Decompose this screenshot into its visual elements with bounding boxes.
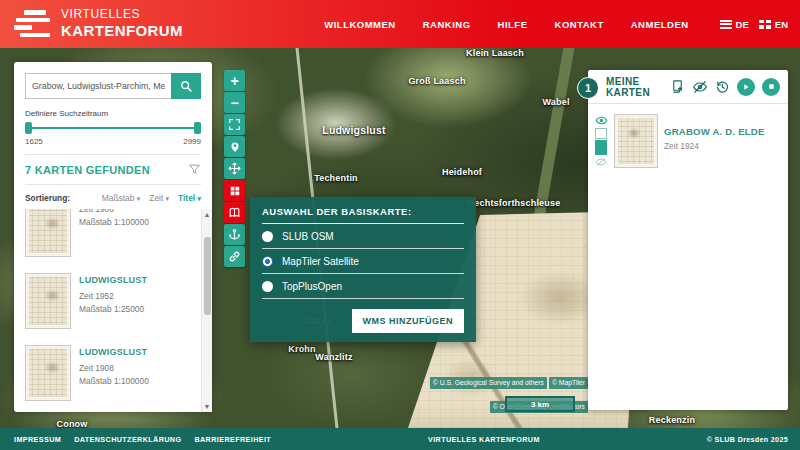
permalink-button[interactable] (224, 246, 245, 267)
nav-item[interactable]: WILLKOMMEN (324, 19, 396, 30)
map-place-label: Klein Laasch (466, 48, 524, 58)
opacity-slider-handle[interactable] (595, 128, 607, 139)
pan-move-button[interactable] (224, 158, 245, 179)
scrollbar-thumb[interactable] (204, 237, 211, 314)
history-clock-icon (715, 79, 730, 94)
my-maps-panel: 1 MEINE KARTEN (588, 70, 788, 410)
export-maps-button[interactable] (670, 79, 685, 94)
slider-handle-min[interactable] (25, 122, 32, 134)
german-flag-icon (720, 20, 732, 29)
attribution-badge: © U.S. Geological Survey and others (430, 377, 547, 389)
results-list: Zeit 1906 Maßstab 1:100000 LUDWIGSLUST Z… (25, 209, 212, 412)
app-logo[interactable]: VIRTUELLES KARTENFORUM (0, 8, 183, 39)
map-place-label: Reckenzin (649, 415, 695, 425)
nav-item[interactable]: KONTAKT (555, 19, 604, 30)
map-toolbar: + − (224, 70, 245, 267)
time-range-label: Definiere Suchzeitraum (25, 109, 201, 118)
stop-icon (767, 82, 776, 91)
sort-option[interactable]: Maßstab ▾ (102, 193, 140, 203)
scroll-up-arrow-icon[interactable]: ▲ (202, 209, 212, 220)
time-min-value: 1625 (25, 137, 43, 146)
history-button[interactable] (715, 79, 730, 94)
map-place-label: Wanzlitz (315, 352, 352, 362)
main-nav: WILLKOMMENRANKINGHILFEKONTAKTANMELDEN DE… (324, 0, 788, 48)
logo-bars-icon (14, 10, 52, 37)
opacity-slider-fill (595, 140, 607, 155)
locate-marker-button[interactable] (224, 136, 245, 157)
satellite-texture (523, 48, 576, 277)
divider (25, 184, 201, 185)
map-thumbnail (25, 273, 71, 329)
map-place-label: Groß Laasch (408, 76, 465, 86)
search-button[interactable] (171, 73, 201, 99)
eye-off-icon (692, 79, 708, 95)
spatial-reference-button[interactable] (224, 224, 245, 245)
language-switcher: DE EN (720, 19, 788, 30)
zoom-in-button[interactable]: + (224, 70, 245, 91)
app-footer: IMPRESSUMDATENSCHUTZERKLÄRUNGBARRIEREFRE… (0, 428, 800, 450)
filter-funnel-icon[interactable] (188, 163, 201, 176)
radio-button-icon[interactable] (262, 256, 273, 267)
basemap-option-label: TopPlusOpen (282, 281, 342, 292)
play-button[interactable] (737, 78, 755, 96)
minus-icon: − (230, 95, 238, 111)
result-time: Zeit 1906 (79, 209, 149, 216)
hide-all-maps-button[interactable] (692, 79, 708, 95)
georeference-button[interactable] (224, 202, 245, 223)
map-place-label: Conow (57, 419, 88, 428)
basemap-option[interactable]: SLUB OSM (262, 224, 464, 249)
time-max-value: 2999 (183, 137, 201, 146)
result-title: LUDWIGSLUST (79, 347, 149, 358)
basemap-option[interactable]: MapTiler Satellite (262, 249, 464, 274)
british-flag-icon (759, 20, 771, 29)
my-maps-count-badge: 1 (577, 77, 599, 99)
map-place-label: Krohn (288, 344, 316, 354)
nav-item[interactable]: ANMELDEN (631, 19, 689, 30)
search-input[interactable] (25, 73, 171, 99)
scroll-down-arrow-icon[interactable]: ▼ (202, 401, 212, 412)
result-list-item[interactable]: Zeit 1906 Maßstab 1:100000 (25, 209, 194, 265)
radio-button-icon[interactable] (262, 281, 273, 292)
nav-item[interactable]: HILFE (498, 19, 528, 30)
results-scrollbar[interactable]: ▲ ▼ (201, 209, 212, 412)
zoom-out-button[interactable]: − (224, 92, 245, 113)
visibility-eye-icon[interactable] (595, 116, 608, 125)
nav-item[interactable]: RANKING (423, 19, 471, 30)
stop-button[interactable] (762, 78, 780, 96)
result-title: LUDWIGSLUST (79, 275, 147, 286)
footer-copyright: © SLUB Dresden 2025 (707, 435, 788, 444)
move-arrows-icon (228, 162, 241, 175)
my-map-card[interactable]: GRABOW A. D. ELDE Zeit 1924 (588, 104, 788, 168)
time-range-slider (25, 122, 201, 134)
map-pin-icon (229, 141, 241, 153)
slider-handle-max[interactable] (194, 122, 201, 134)
wms-add-button[interactable]: WMS HINZUFÜGEN (352, 309, 465, 333)
slider-track (25, 127, 201, 129)
radio-button-icon[interactable] (262, 231, 273, 242)
lang-de[interactable]: DE (720, 19, 749, 30)
basemap-selection-popup: AUSWAHL DER BASISKARTE: SLUB OSM MapTile… (250, 197, 476, 342)
logo-line2: KARTENFORUM (61, 22, 183, 39)
footer-link[interactable]: BARRIEREFREIHEIT (194, 435, 271, 444)
sort-option[interactable]: Titel ▾ (178, 193, 201, 203)
full-extent-button[interactable] (224, 114, 245, 135)
basemap-option[interactable]: TopPlusOpen (262, 274, 464, 299)
chevron-down-icon: ▾ (197, 195, 201, 202)
search-panel: Definiere Suchzeitraum 1625 2999 7 KARTE… (14, 62, 212, 412)
result-scale: Maßstab 1:25000 (79, 303, 147, 316)
result-list-item[interactable]: LUDWIGSLUST Zeit 1908 Maßstab 1:100000 (25, 337, 194, 409)
footer-link[interactable]: DATENSCHUTZERKLÄRUNG (74, 435, 181, 444)
extent-corners-icon (228, 118, 241, 131)
link-chain-icon (228, 250, 241, 263)
result-list-item[interactable]: NEUSTADT BEI LUDWIGSLUST Zeit 1951 Maßst… (25, 409, 194, 412)
search-icon (179, 79, 193, 93)
opacity-slider[interactable] (595, 128, 607, 155)
chevron-down-icon: ▾ (166, 195, 170, 202)
footer-link[interactable]: IMPRESSUM (14, 435, 61, 444)
lang-en[interactable]: EN (759, 19, 788, 30)
crop-disabled-icon[interactable] (595, 158, 607, 166)
sort-option[interactable]: Zeit ▾ (149, 193, 169, 203)
map-thumbnail (25, 209, 71, 257)
mosaic-view-button[interactable] (224, 180, 245, 201)
result-list-item[interactable]: LUDWIGSLUST Zeit 1952 Maßstab 1:25000 (25, 265, 194, 337)
